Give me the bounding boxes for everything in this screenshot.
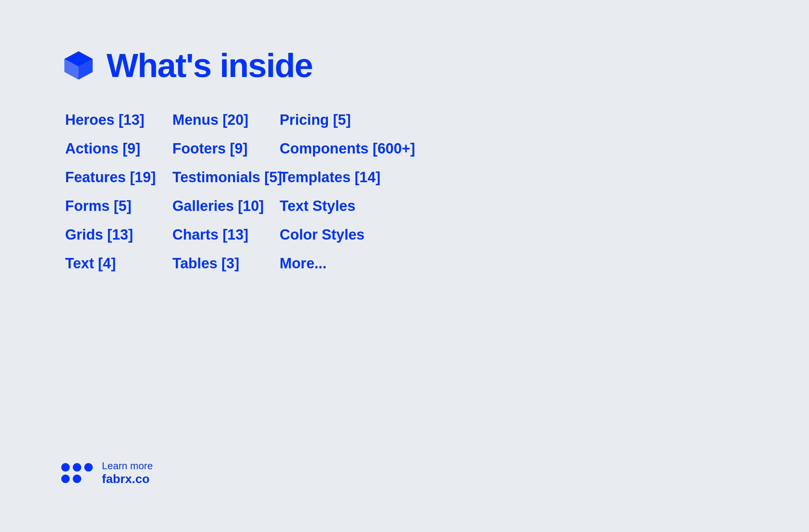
- list-item[interactable]: Grids [13]: [65, 227, 172, 243]
- dot: [84, 463, 93, 472]
- dot: [61, 463, 70, 472]
- fabrx-logo-dots: [61, 463, 93, 483]
- list-item[interactable]: Templates [14]: [280, 169, 433, 186]
- dot-empty: [84, 475, 93, 483]
- list-item[interactable]: Color Styles: [280, 227, 433, 243]
- list-item[interactable]: Text [4]: [65, 255, 172, 272]
- page-title: What's inside: [106, 46, 313, 85]
- content-grid: Heroes [13] Actions [9] Features [19] Fo…: [65, 112, 748, 272]
- list-item[interactable]: Footers [9]: [172, 140, 280, 157]
- header: What's inside: [61, 46, 748, 85]
- box-icon: [61, 48, 96, 83]
- main-container: What's inside Heroes [13] Actions [9] Fe…: [0, 0, 809, 318]
- list-item[interactable]: Forms [5]: [65, 198, 172, 214]
- column-1: Heroes [13] Actions [9] Features [19] Fo…: [65, 112, 172, 272]
- dot: [61, 475, 70, 483]
- list-item[interactable]: Galleries [10]: [172, 198, 280, 214]
- dot: [73, 463, 81, 472]
- list-item[interactable]: Tables [3]: [172, 255, 280, 272]
- dot: [73, 475, 81, 483]
- list-item[interactable]: Menus [20]: [172, 112, 280, 128]
- list-item[interactable]: Components [600+]: [280, 140, 433, 157]
- list-item[interactable]: Pricing [5]: [280, 112, 433, 128]
- list-item[interactable]: Features [19]: [65, 169, 172, 186]
- list-item[interactable]: Text Styles: [280, 198, 433, 214]
- list-item[interactable]: Heroes [13]: [65, 112, 172, 128]
- list-item[interactable]: Testimonials [5]: [172, 169, 280, 186]
- column-3: Pricing [5] Components [600+] Templates …: [280, 112, 433, 272]
- fabrx-url[interactable]: fabrx.co: [102, 472, 153, 486]
- list-item[interactable]: More...: [280, 255, 433, 272]
- list-item[interactable]: Actions [9]: [65, 140, 172, 157]
- column-2: Menus [20] Footers [9] Testimonials [5] …: [172, 112, 280, 272]
- footer-section: Learn more fabrx.co: [61, 460, 153, 486]
- learn-more-label: Learn more: [102, 460, 153, 472]
- list-item[interactable]: Charts [13]: [172, 227, 280, 243]
- footer-text: Learn more fabrx.co: [102, 460, 153, 486]
